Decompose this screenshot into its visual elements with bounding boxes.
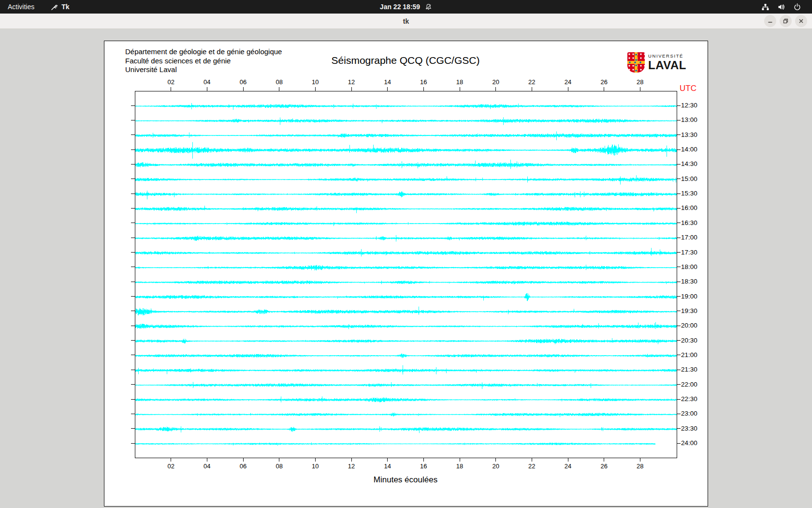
y-tick-left	[131, 311, 135, 311]
y-tick-left	[131, 252, 135, 253]
y-tick-right	[677, 296, 681, 297]
y-tick-right	[677, 223, 681, 223]
x-axis-title: Minutes écoulées	[135, 475, 676, 485]
time-label: 16:30	[681, 219, 697, 226]
y-tick-right	[677, 399, 681, 400]
x-tick-label-top: 14	[380, 78, 395, 86]
x-tick-label-bottom: 14	[380, 463, 395, 470]
x-tick-label-top: 04	[200, 78, 214, 86]
y-tick-left	[131, 238, 135, 238]
y-tick-left	[131, 428, 135, 429]
gnome-top-bar: Activities Tk Jan 22 18:59	[0, 0, 812, 14]
x-tick-bottom	[171, 458, 171, 462]
x-tick-label-top: 10	[308, 78, 322, 86]
y-tick-left	[131, 414, 135, 414]
x-tick-label-top: 02	[164, 78, 178, 86]
time-label: 21:00	[681, 351, 697, 359]
y-tick-right	[677, 428, 681, 429]
x-tick-top	[604, 87, 604, 91]
time-label: 12:30	[681, 102, 697, 109]
x-tick-top	[495, 87, 496, 91]
y-tick-right	[677, 194, 681, 194]
x-tick-label-top: 24	[561, 78, 575, 86]
clock-button[interactable]: Jan 22 18:59	[0, 0, 812, 14]
y-tick-left	[131, 120, 135, 120]
x-tick-label-top: 06	[236, 78, 250, 86]
logo-text-universite: UNIVERSITÉ	[648, 54, 686, 59]
y-tick-right	[677, 208, 681, 209]
x-tick-top	[279, 87, 279, 91]
x-tick-bottom	[279, 458, 279, 462]
quick-settings[interactable]	[761, 0, 812, 14]
y-tick-right	[677, 179, 681, 179]
x-tick-top	[351, 87, 352, 91]
x-tick-label-bottom: 10	[308, 463, 322, 470]
x-tick-label-bottom: 02	[164, 463, 178, 470]
close-button[interactable]	[795, 15, 807, 27]
x-tick-bottom	[423, 458, 424, 462]
time-label: 13:30	[681, 131, 697, 138]
window-title-bar[interactable]: tk	[0, 14, 812, 29]
y-tick-left	[131, 326, 135, 326]
time-label: 23:30	[681, 425, 697, 432]
x-tick-label-bottom: 18	[452, 463, 467, 470]
y-tick-left	[131, 355, 135, 355]
y-tick-right	[677, 340, 681, 341]
window-title: tk	[403, 17, 409, 25]
x-tick-label-bottom: 20	[489, 463, 503, 470]
y-tick-left	[131, 194, 135, 194]
laval-shield-icon	[627, 52, 645, 73]
x-tick-label-top: 16	[416, 78, 431, 86]
seismogram-plot-area	[135, 91, 677, 458]
x-tick-label-top: 08	[272, 78, 287, 86]
desktop-background: Département de géologie et de génie géol…	[0, 29, 812, 508]
time-label: 13:00	[681, 116, 697, 123]
x-tick-top	[171, 87, 171, 91]
time-label: 18:30	[681, 278, 697, 285]
x-tick-label-top: 18	[452, 78, 467, 86]
x-tick-label-bottom: 26	[597, 463, 611, 470]
y-tick-left	[131, 399, 135, 400]
y-tick-right	[677, 414, 681, 414]
x-tick-label-bottom: 12	[344, 463, 359, 470]
y-tick-right	[677, 443, 681, 444]
x-tick-label-top: 28	[633, 78, 647, 86]
minimize-button[interactable]	[764, 15, 776, 27]
y-tick-left	[131, 296, 135, 297]
time-label: 22:30	[681, 395, 697, 403]
y-tick-right	[677, 120, 681, 120]
time-label: 15:00	[681, 175, 697, 182]
y-tick-right	[677, 267, 681, 267]
y-tick-right	[677, 326, 681, 326]
y-tick-left	[131, 384, 135, 385]
time-label: 14:30	[681, 160, 697, 167]
time-label: 20:00	[681, 322, 697, 329]
x-tick-bottom	[315, 458, 316, 462]
restore-button[interactable]	[780, 15, 792, 27]
time-label: 19:30	[681, 307, 697, 314]
x-tick-bottom	[495, 458, 496, 462]
x-tick-top	[532, 87, 532, 91]
logo-text-laval: LAVAL	[648, 60, 686, 71]
x-tick-bottom	[640, 458, 640, 462]
time-label: 17:00	[681, 234, 697, 241]
y-tick-left	[131, 282, 135, 282]
x-tick-bottom	[604, 458, 604, 462]
y-tick-right	[677, 282, 681, 282]
x-tick-top	[423, 87, 424, 91]
x-tick-label-bottom: 22	[524, 463, 539, 470]
x-tick-top	[640, 87, 640, 91]
y-tick-left	[131, 164, 135, 164]
time-label: 17:30	[681, 249, 697, 256]
time-label: 16:00	[681, 204, 697, 211]
y-tick-right	[677, 252, 681, 253]
time-label: 21:30	[681, 366, 697, 373]
y-tick-right	[677, 149, 681, 150]
time-label: 23:00	[681, 410, 697, 417]
y-tick-left	[131, 134, 135, 135]
volume-icon	[777, 3, 785, 11]
time-label: 22:00	[681, 381, 697, 388]
time-label: 18:00	[681, 263, 697, 270]
x-tick-bottom	[568, 458, 568, 462]
y-tick-right	[677, 384, 681, 385]
